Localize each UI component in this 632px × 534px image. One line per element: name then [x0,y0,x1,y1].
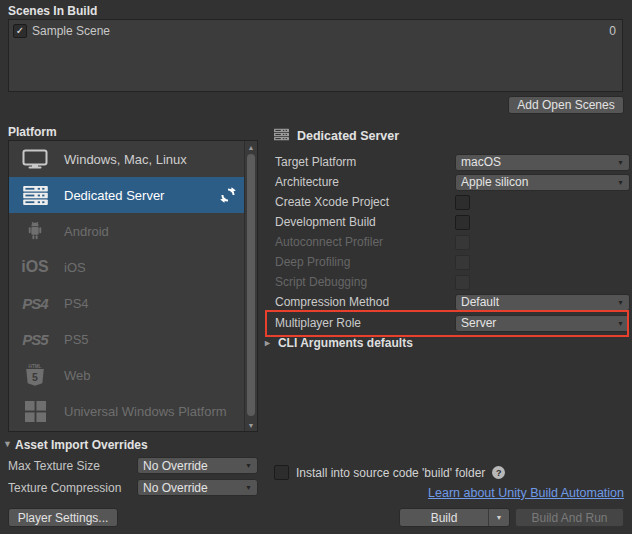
foldout-collapsed-icon: ► [263,339,272,348]
cli-arguments-label: CLI Arguments defaults [278,336,413,350]
platform-item-windows-mac-linux[interactable]: Windows, Mac, Linux [9,141,245,177]
dropdown-value: Apple silicon [461,175,528,189]
compression-method-dropdown[interactable]: Default▼ [455,294,630,311]
max-texture-size-dropdown[interactable]: No Override▼ [137,457,258,474]
dropdown-value: Default [461,295,499,309]
chevron-down-icon: ▼ [245,462,252,469]
ps4-logo-icon: PS4 [19,295,51,312]
architecture-dropdown[interactable]: Apple silicon▼ [455,174,630,191]
asset-import-overrides-header: Asset Import Overrides [15,438,148,452]
platform-item-ios[interactable]: iOS iOS [9,249,245,285]
platform-item-label: Windows, Mac, Linux [64,152,187,167]
setting-row-create-xcode-project: Create Xcode Project [275,193,631,211]
selected-platform-title: Dedicated Server [297,129,399,143]
texture-compression-label: Texture Compression [8,481,121,495]
platform-item-label: Android [64,224,109,239]
build-split-button[interactable]: Build ▼ [399,508,510,527]
setting-label: Architecture [275,175,455,189]
script-debugging-checkbox [455,275,470,290]
setting-label: Script Debugging [275,275,455,289]
install-source-build-row: Install into source code 'build' folder … [274,465,505,480]
cli-arguments-foldout[interactable]: ► CLI Arguments defaults [263,336,413,350]
platform-item-label: Dedicated Server [64,188,164,203]
scrollbar-up-icon[interactable]: ▲ [245,141,257,153]
platform-item-label: PS4 [64,296,89,311]
scenes-list: ✓ Sample Scene 0 [8,19,623,92]
setting-row-compression-method: Compression Method Default▼ [275,293,631,311]
platform-header: Platform [8,125,57,139]
scrollbar-down-icon[interactable]: ▼ [245,419,257,431]
platform-item-ps4[interactable]: PS4 PS4 [9,285,245,321]
check-icon: ✓ [16,26,24,36]
platform-item-dedicated-server[interactable]: Dedicated Server [9,177,245,213]
setting-row-script-debugging: Script Debugging [275,273,631,291]
autoconnect-profiler-checkbox [455,235,470,250]
scene-row[interactable]: ✓ Sample Scene 0 [9,20,622,39]
ps5-logo-icon: PS5 [19,331,51,348]
dropdown-value: No Override [143,459,208,473]
development-build-checkbox[interactable] [455,215,470,230]
dropdown-value: macOS [461,155,501,169]
multiplayer-role-dropdown[interactable]: Server▼ [455,315,630,332]
setting-label: Compression Method [275,295,455,309]
setting-row-development-build: Development Build [275,213,631,231]
setting-row-deep-profiling: Deep Profiling [275,253,631,271]
dropdown-value: No Override [143,481,208,495]
scene-label: Sample Scene [32,24,110,38]
setting-row-target-platform: Target Platform macOS▼ [275,153,631,171]
svg-text:HTML: HTML [29,364,42,369]
platform-item-label: Universal Windows Platform [64,404,227,419]
platform-item-android[interactable]: Android [9,213,245,249]
build-dropdown-arrow-icon[interactable]: ▼ [489,514,509,521]
help-icon[interactable]: ? [492,466,505,479]
setting-label: Multiplayer Role [275,316,455,330]
platform-item-label: Web [64,368,91,383]
setting-label: Create Xcode Project [275,195,455,209]
scrollbar-thumb[interactable] [247,154,255,416]
player-settings-button[interactable]: Player Settings... [8,508,118,527]
platform-item-label: iOS [64,260,86,275]
build-button[interactable]: Build [400,511,488,525]
windows-icon [19,401,51,422]
server-icon [19,186,51,205]
build-settings-window: Scenes In Build ✓ Sample Scene 0 Add Ope… [0,0,632,534]
chevron-down-icon: ▼ [617,320,624,327]
scenes-in-build-header: Scenes In Build [8,4,97,18]
svg-text:5: 5 [32,371,38,383]
platform-item-web[interactable]: HTML 5 Web [9,357,245,393]
dropdown-value: Server [461,316,496,330]
setting-label: Autoconnect Profiler [275,235,455,249]
target-platform-dropdown[interactable]: macOS▼ [455,154,630,171]
foldout-open-icon[interactable]: ▼ [3,440,12,449]
chevron-down-icon: ▼ [617,299,624,306]
platform-item-ps5[interactable]: PS5 PS5 [9,321,245,357]
selected-platform-header: Dedicated Server [274,127,399,145]
texture-compression-dropdown[interactable]: No Override▼ [137,479,258,496]
server-icon [274,127,289,145]
monitor-icon [19,149,51,169]
setting-label: Deep Profiling [275,255,455,269]
setting-row-architecture: Architecture Apple silicon▼ [275,173,631,191]
chevron-down-icon: ▼ [245,484,252,491]
install-source-build-checkbox[interactable] [274,465,289,480]
install-source-build-label: Install into source code 'build' folder [296,466,485,480]
html5-icon: HTML 5 [19,363,51,387]
scene-checkbox[interactable]: ✓ [13,24,27,38]
deep-profiling-checkbox [455,255,470,270]
ios-logo-icon: iOS [19,258,51,276]
create-xcode-project-checkbox[interactable] [455,195,470,210]
add-open-scenes-button[interactable]: Add Open Scenes [508,96,624,114]
chevron-down-icon: ▼ [617,179,624,186]
platform-list: Windows, Mac, Linux Dedicated [8,140,258,432]
setting-label: Development Build [275,215,455,229]
build-automation-link[interactable]: Learn about Unity Build Automation [428,486,624,500]
chevron-down-icon: ▼ [617,159,624,166]
platform-item-label: PS5 [64,332,89,347]
max-texture-size-label: Max Texture Size [8,459,100,473]
setting-row-multiplayer-role: Multiplayer Role Server▼ [275,314,631,332]
platform-list-scrollbar[interactable]: ▲ ▼ [244,141,257,431]
active-build-target-icon [220,187,236,203]
platform-item-universal-windows-platform[interactable]: Universal Windows Platform [9,393,245,429]
setting-row-autoconnect-profiler: Autoconnect Profiler [275,233,631,251]
android-icon [19,220,51,242]
